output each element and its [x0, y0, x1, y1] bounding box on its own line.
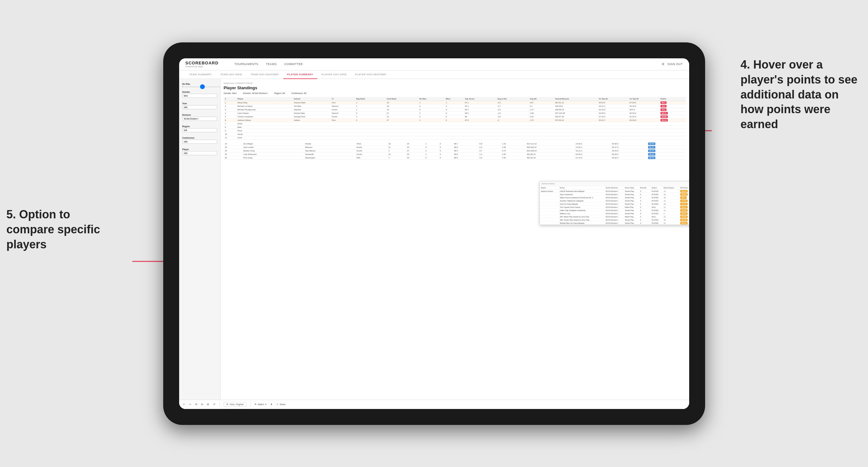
cell-avg-to-par — [496, 129, 528, 133]
watch-button[interactable]: 👁 Watch ▾ — [254, 403, 267, 406]
year-select[interactable]: (All) — [182, 105, 217, 110]
popup-points-badge: 53.60 — [680, 193, 688, 196]
popup-points-badge: 73.33 — [680, 199, 688, 202]
eye-icon: 👁 — [226, 403, 228, 405]
download-button[interactable]: ⬇ — [270, 403, 273, 406]
cell-vs-top25 — [597, 122, 628, 126]
popup-cell-rounds: 3 — [639, 196, 651, 199]
gender-select[interactable]: Men Women — [182, 94, 217, 98]
player-standings-table: # Player School Yr Reg Rank Conf Rank No… — [224, 97, 686, 139]
col-overall: Overall Record — [554, 97, 597, 101]
cell-points[interactable]: 60.27 — [647, 146, 686, 149]
sign-out-link[interactable]: Sign out — [668, 61, 683, 67]
nav-tournaments[interactable]: TOURNAMENTS — [234, 61, 258, 67]
cell-points[interactable] — [659, 133, 686, 136]
lower-table-row[interactable]: 24 Bastien Amat New Mexico Fourth 1 27 2… — [224, 149, 686, 153]
nav-committee[interactable]: COMMITTEE — [284, 61, 303, 67]
table-row[interactable]: 5 Christo Lamprecht Georgia Tech Fourth … — [224, 115, 686, 119]
tab-player-h2h-grid[interactable]: PLAYER H2H GRID — [318, 70, 351, 79]
cell-vs-top50: 38-29-2 — [611, 153, 647, 156]
cell-overall: 440-26-6 — [554, 104, 597, 108]
cell-points[interactable]: 79.3 — [659, 104, 686, 108]
popup-cell-type: Stroke Play — [623, 193, 639, 196]
cell-points[interactable] — [659, 136, 686, 139]
division-select[interactable]: NCAA Division I — [182, 117, 217, 121]
player-select[interactable]: (All) — [182, 151, 217, 155]
popup-cell-rank: 1 — [662, 212, 679, 215]
cell-reg-rank: 12 — [387, 153, 406, 156]
cell-points[interactable]: 58.18 — [659, 119, 686, 122]
cell-no-rds — [418, 129, 445, 133]
no-rds-range[interactable] — [184, 86, 221, 87]
popup-cell-player — [540, 196, 559, 199]
table-row[interactable]: 4 Luke Clanton Florida State Second 5 27… — [224, 112, 686, 115]
cell-adj-score: 68.6 — [453, 156, 478, 160]
cell-points[interactable] — [659, 122, 686, 126]
tab-team-h2h-grid[interactable]: TEAM H2H GRID — [216, 70, 246, 79]
cell-num: 3 — [224, 108, 237, 112]
lower-table-row[interactable]: 23 Jack Lundin Missouri Fourth 11 24 0 0… — [224, 146, 686, 149]
table-row[interactable]: 10 Jacob — [224, 133, 686, 136]
col-num: # — [224, 97, 237, 101]
nav-icon-1: ⚙ — [662, 62, 664, 66]
lower-table-row[interactable]: 26 Petr Hruby Washington Fifth 7 23 0 0 … — [224, 156, 686, 160]
table-row[interactable]: 8 Mats — [224, 126, 686, 129]
settings-button[interactable]: ⚙ — [195, 403, 197, 406]
cell-num: 7 — [224, 122, 237, 126]
cell-adj-score: 67.1 — [464, 104, 496, 108]
cell-points[interactable]: 39.95 — [647, 153, 686, 156]
cell-overall — [554, 136, 597, 139]
cell-player: Christo Lamprecht — [236, 115, 292, 119]
nav-teams[interactable]: TEAMS — [266, 61, 277, 67]
cell-avg-sg: 1.65 — [501, 153, 526, 156]
table-row[interactable]: 9 Prest — [224, 129, 686, 133]
cell-points[interactable] — [659, 129, 686, 133]
conference-select[interactable]: (All) — [182, 139, 217, 144]
popup-cell-rank: +0 — [662, 218, 679, 222]
cell-points[interactable]: 60.58 — [647, 142, 686, 146]
top-nav-links: TOURNAMENTS TEAMS COMMITTEE — [234, 61, 652, 67]
redo-button[interactable]: ↪ — [189, 403, 191, 406]
cell-points[interactable]: 60.89 — [659, 115, 686, 119]
cell-player: Prest — [236, 129, 292, 133]
cell-adj-score — [464, 133, 496, 136]
cell-reg-rank: 10 — [387, 142, 406, 146]
region-select[interactable]: N/A — [182, 128, 217, 132]
tab-team-h2h-heatmap[interactable]: TEAM H2H HEATMAP — [247, 70, 283, 79]
tab-team-summary[interactable]: TEAM SUMMARY — [186, 70, 216, 79]
cell-adj-score: 68.9 — [453, 153, 478, 156]
cell-points[interactable]: 60.02 — [647, 149, 686, 153]
cell-avg-sg: 1.98 — [528, 112, 554, 115]
popup-cell-event: Fallen Oak Collegiate Invitational — [558, 209, 604, 212]
lower-table-row[interactable]: 22 Ian Gilligan Florida Third 10 24 1 0 … — [224, 142, 686, 146]
table-row[interactable]: 1 Wenyi Ding Arizona State First 1 15 1 … — [224, 101, 686, 104]
popup-cell-type: Stroke Play — [623, 199, 639, 203]
copy-button[interactable]: ⧉ — [201, 403, 203, 406]
table-row[interactable]: 3 Michael Thorbjornsen Stanford Fourth 1… — [224, 108, 686, 112]
view-original-button[interactable]: 👁 View: Original — [223, 402, 246, 407]
clock-button[interactable]: ⏱ — [213, 403, 216, 406]
cell-points[interactable]: 70.2 — [659, 108, 686, 112]
cell-overall: 616-168-12 — [526, 149, 575, 153]
cell-conf-rank: 18 — [385, 104, 418, 108]
popup-row: The Cypress Point Classic NCAA Division … — [540, 206, 689, 209]
table-row[interactable]: 2 Michael La Sasso Ole Miss Second 1 18 … — [224, 104, 686, 108]
tab-player-h2h-heatmap[interactable]: PLAYER H2H HEATMAP — [351, 70, 391, 79]
share-button[interactable]: ↗ Share — [276, 403, 286, 406]
lower-table-row[interactable]: 25 Cole Sherwood Vanderbilt Fourth 12 23… — [224, 153, 686, 156]
undo-button[interactable]: ↩ — [183, 403, 185, 406]
table-row[interactable]: 11 Gonk — [224, 136, 686, 139]
col-vs-top50: Vs Top 50 — [628, 97, 659, 101]
col-points: Points — [659, 97, 686, 101]
table-row[interactable]: 6 Jackson Kolson Auburn First 2 27 1 0 6… — [224, 119, 686, 122]
cell-points[interactable] — [659, 126, 686, 129]
cell-points[interactable]: 68.34 — [659, 112, 686, 115]
tab-player-summary[interactable]: PLAYER SUMMARY — [283, 70, 317, 79]
watch-chevron: ▾ — [265, 403, 267, 406]
popup-cell-type: Stroke Play — [623, 203, 639, 206]
cell-num: 23 — [224, 146, 242, 149]
cell-points[interactable]: 38.49 — [647, 156, 686, 160]
table-row[interactable]: 7 Niche — [224, 122, 686, 126]
layout-button[interactable]: ⊞ — [207, 403, 209, 406]
cell-points[interactable]: 88.2 — [659, 101, 686, 104]
